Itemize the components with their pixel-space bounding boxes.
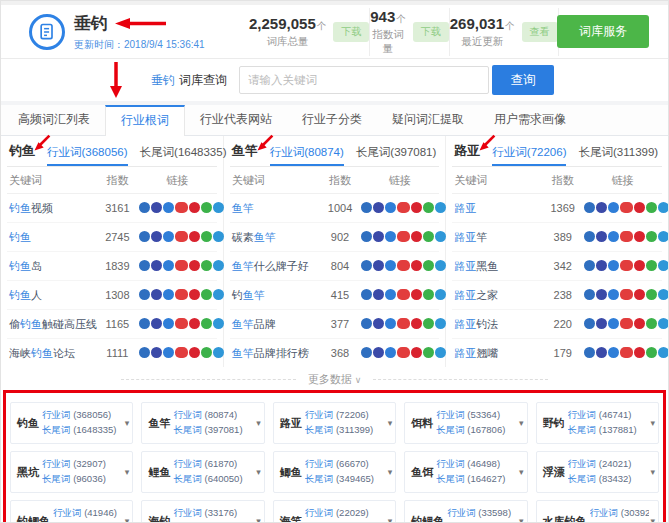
link-icon[interactable] — [646, 318, 657, 329]
link-icon[interactable] — [175, 318, 188, 329]
link-icon[interactable] — [151, 318, 162, 329]
link-icon[interactable] — [620, 202, 633, 213]
link-icon[interactable] — [634, 318, 645, 329]
keyword-link[interactable]: 路亚 — [452, 194, 542, 223]
stat-badge-button[interactable]: 下载 — [333, 22, 369, 42]
link-icon[interactable] — [213, 231, 224, 242]
link-icon[interactable] — [373, 231, 384, 242]
link-icon[interactable] — [584, 318, 595, 329]
tab-item[interactable]: 疑问词汇提取 — [377, 105, 479, 135]
search-input[interactable] — [239, 66, 489, 94]
link-icon[interactable] — [584, 347, 595, 358]
dropdown-caret-icon[interactable]: ▾ — [388, 516, 393, 523]
link-icon[interactable] — [658, 202, 669, 213]
link-icon[interactable] — [201, 260, 212, 271]
link-icon[interactable] — [139, 231, 150, 242]
keyword-link[interactable]: 钓鱼 — [7, 223, 97, 252]
dropdown-caret-icon[interactable]: ▾ — [519, 418, 524, 428]
link-icon[interactable] — [163, 202, 174, 213]
link-icon[interactable] — [596, 289, 607, 300]
link-icon[interactable] — [646, 231, 657, 242]
search-button[interactable]: 查询 — [492, 65, 554, 95]
keyword-link[interactable]: 鱼竿什么牌子好 — [230, 252, 320, 281]
link-icon[interactable] — [658, 289, 669, 300]
link-icon[interactable] — [411, 318, 422, 329]
link-icon[interactable] — [435, 289, 446, 300]
link-icon[interactable] — [361, 347, 372, 358]
link-icon[interactable] — [608, 231, 619, 242]
dropdown-caret-icon[interactable]: ▾ — [125, 418, 130, 428]
card-industry-link[interactable]: 行业词 — [42, 458, 71, 469]
link-icon[interactable] — [596, 347, 607, 358]
card-industry-link[interactable]: 行业词 — [436, 409, 465, 420]
link-icon[interactable] — [189, 347, 200, 358]
link-icon[interactable] — [139, 260, 150, 271]
keyword-link[interactable]: 路亚翘嘴 — [452, 339, 542, 368]
link-icon[interactable] — [201, 231, 212, 242]
link-icon[interactable] — [361, 289, 372, 300]
card-longtail-link[interactable]: 长尾词 — [42, 473, 71, 484]
link-icon[interactable] — [584, 202, 595, 213]
link-icon[interactable] — [620, 347, 633, 358]
link-icon[interactable] — [596, 318, 607, 329]
link-icon[interactable] — [620, 289, 633, 300]
link-icon[interactable] — [373, 289, 384, 300]
link-icon[interactable] — [201, 318, 212, 329]
link-icon[interactable] — [175, 347, 188, 358]
link-icon[interactable] — [620, 318, 633, 329]
link-icon[interactable] — [608, 318, 619, 329]
link-icon[interactable] — [608, 202, 619, 213]
link-icon[interactable] — [201, 289, 212, 300]
link-icon[interactable] — [163, 260, 174, 271]
link-icon[interactable] — [658, 260, 669, 271]
link-icon[interactable] — [608, 347, 619, 358]
link-icon[interactable] — [423, 318, 434, 329]
tab-item[interactable]: 高频词汇列表 — [3, 105, 105, 135]
keyword-link[interactable]: 路亚竿 — [452, 223, 542, 252]
link-icon[interactable] — [397, 202, 410, 213]
column-tab-industry[interactable]: 行业词(80874) — [270, 145, 344, 166]
link-icon[interactable] — [620, 260, 633, 271]
link-icon[interactable] — [596, 202, 607, 213]
link-icon[interactable] — [634, 202, 645, 213]
tab-item[interactable]: 行业代表网站 — [185, 105, 287, 135]
link-icon[interactable] — [423, 289, 434, 300]
link-icon[interactable] — [646, 260, 657, 271]
link-icon[interactable] — [189, 202, 200, 213]
link-icon[interactable] — [361, 260, 372, 271]
link-icon[interactable] — [213, 260, 224, 271]
link-icon[interactable] — [423, 202, 434, 213]
link-icon[interactable] — [634, 347, 645, 358]
link-icon[interactable] — [163, 289, 174, 300]
column-tab-industry[interactable]: 行业词(368056) — [47, 145, 128, 166]
link-icon[interactable] — [139, 289, 150, 300]
keyword-link[interactable]: 碳素鱼竿 — [230, 223, 320, 252]
link-icon[interactable] — [189, 289, 200, 300]
keyword-link[interactable]: 钓鱼视频 — [7, 194, 97, 223]
link-icon[interactable] — [411, 202, 422, 213]
card-longtail-link[interactable]: 长尾词 — [42, 424, 71, 435]
link-icon[interactable] — [646, 347, 657, 358]
dropdown-caret-icon[interactable]: ▾ — [519, 467, 524, 477]
card-industry-link[interactable]: 行业词 — [436, 458, 465, 469]
card-industry-link[interactable]: 行业词 — [42, 409, 71, 420]
dropdown-caret-icon[interactable]: ▾ — [256, 467, 261, 477]
card-industry-link[interactable]: 行业词 — [305, 458, 334, 469]
card-industry-link[interactable]: 行业词 — [568, 409, 597, 420]
card-longtail-link[interactable]: 长尾词 — [436, 473, 465, 484]
link-icon[interactable] — [411, 347, 422, 358]
link-icon[interactable] — [373, 202, 384, 213]
link-icon[interactable] — [373, 260, 384, 271]
tab-item[interactable]: 行业根词 — [105, 105, 185, 136]
link-icon[interactable] — [213, 318, 224, 329]
link-icon[interactable] — [385, 347, 396, 358]
stat-badge-button[interactable]: 下载 — [413, 22, 449, 42]
link-icon[interactable] — [596, 260, 607, 271]
link-icon[interactable] — [213, 289, 224, 300]
link-icon[interactable] — [151, 347, 162, 358]
column-tab-longtail[interactable]: 长尾词(1648335) — [140, 145, 227, 166]
link-icon[interactable] — [634, 289, 645, 300]
link-icon[interactable] — [397, 231, 410, 242]
link-icon[interactable] — [634, 231, 645, 242]
dropdown-caret-icon[interactable]: ▾ — [388, 418, 393, 428]
